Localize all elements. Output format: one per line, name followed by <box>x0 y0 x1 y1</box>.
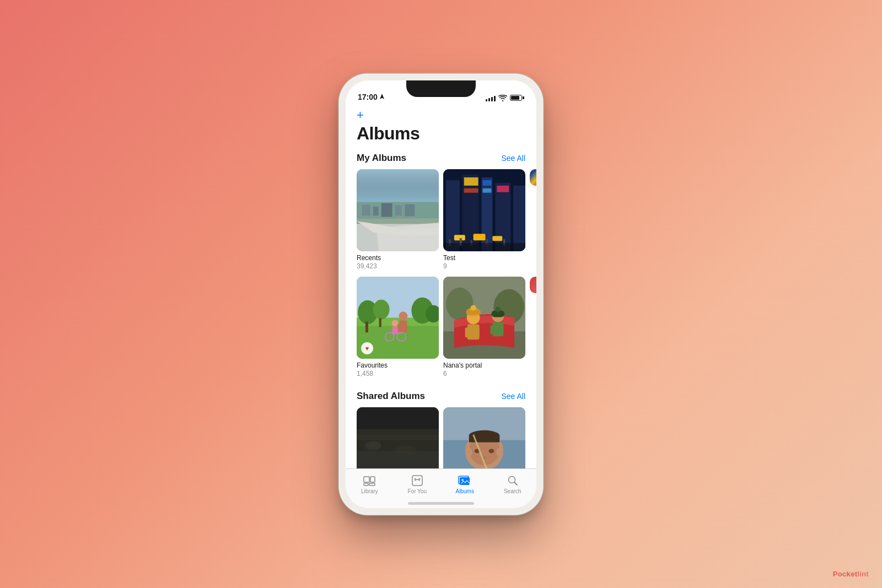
svg-rect-36 <box>365 321 368 332</box>
album-partial-2-thumb <box>530 277 536 293</box>
album-nana-name: Nana's portal <box>443 362 525 369</box>
recents-photo <box>357 169 439 251</box>
page-title: Albums <box>346 121 536 150</box>
tab-search[interactable]: Search <box>493 474 532 494</box>
album-nana-count: 6 <box>443 370 525 377</box>
heart-badge: ♥ <box>361 342 373 354</box>
tab-albums[interactable]: Albums <box>445 474 484 494</box>
album-partial-1[interactable] <box>530 169 536 270</box>
svg-point-79 <box>496 447 503 456</box>
album-test-name: Test <box>443 254 525 262</box>
section-my-albums: My Albums See All <box>346 150 536 377</box>
svg-point-42 <box>392 320 399 326</box>
tab-library-label: Library <box>361 488 378 494</box>
see-all-shared-albums[interactable]: See All <box>501 392 525 401</box>
svg-rect-8 <box>357 169 439 202</box>
tab-library[interactable]: Library <box>350 474 389 494</box>
pocketlint-watermark: Pocketlint <box>833 570 869 578</box>
svg-rect-4 <box>373 206 379 215</box>
section-title-my-albums: My Albums <box>357 153 406 164</box>
phone-screen: 17:00 <box>346 80 536 508</box>
album-nana[interactable]: Nana's portal 6 <box>443 277 525 377</box>
svg-rect-10 <box>446 180 460 251</box>
album-shared-1[interactable] <box>357 407 439 468</box>
svg-rect-13 <box>495 182 510 251</box>
album-favourites[interactable]: ♥ Favourites 1,458 <box>357 277 439 377</box>
svg-rect-22 <box>492 236 502 241</box>
nana-photo <box>443 277 525 359</box>
home-indicator <box>408 502 474 505</box>
svg-rect-88 <box>369 483 375 485</box>
content-area[interactable]: + Albums My Albums See All <box>346 105 536 468</box>
album-shared-2[interactable] <box>443 407 525 468</box>
albums-icon <box>458 474 472 487</box>
add-album-button[interactable]: + <box>357 109 525 121</box>
signal-bars-icon <box>486 95 496 101</box>
svg-rect-21 <box>474 234 486 240</box>
wifi-icon <box>498 95 507 101</box>
tab-for-you-label: For You <box>408 488 427 494</box>
svg-rect-28 <box>443 243 525 251</box>
shared-albums-row <box>346 407 536 468</box>
test-photo <box>443 169 525 251</box>
action-bar: + <box>346 105 536 121</box>
album-test-thumb <box>443 169 525 251</box>
battery-body <box>510 95 522 101</box>
phone-shell: 17:00 <box>339 74 543 515</box>
for-you-icon <box>410 474 424 487</box>
battery-icon <box>510 95 524 101</box>
notch <box>406 80 476 97</box>
svg-point-64 <box>495 306 501 312</box>
album-test[interactable]: Test 9 <box>443 169 525 270</box>
albums-row-1: Recents 39,423 <box>346 169 536 270</box>
album-nana-thumb <box>443 277 525 359</box>
album-shared-2-thumb <box>443 407 525 468</box>
tab-albums-label: Albums <box>456 488 474 494</box>
svg-rect-87 <box>364 483 368 485</box>
album-test-count: 9 <box>443 262 525 270</box>
svg-rect-19 <box>497 185 509 192</box>
svg-rect-6 <box>395 205 402 215</box>
battery-fill <box>511 96 519 100</box>
svg-rect-7 <box>405 204 415 216</box>
album-recents[interactable]: Recents 39,423 <box>357 169 439 270</box>
svg-rect-18 <box>483 188 492 192</box>
album-favourites-count: 1,458 <box>357 370 439 377</box>
svg-point-78 <box>466 447 472 456</box>
svg-rect-14 <box>513 185 525 251</box>
svg-rect-5 <box>381 203 392 217</box>
svg-point-38 <box>399 311 407 320</box>
svg-rect-54 <box>465 327 471 337</box>
album-partial-2[interactable] <box>530 277 536 377</box>
album-recents-thumb <box>357 169 439 251</box>
svg-rect-20 <box>454 235 465 240</box>
library-icon <box>362 474 377 487</box>
watermark-accent: lint <box>857 570 869 578</box>
battery-tip <box>523 96 524 99</box>
svg-point-58 <box>471 305 476 310</box>
svg-point-70 <box>365 441 381 450</box>
svg-point-33 <box>373 299 390 319</box>
album-shared-1-thumb <box>357 407 439 468</box>
album-recents-name: Recents <box>357 254 439 262</box>
svg-point-94 <box>461 479 464 481</box>
see-all-my-albums[interactable]: See All <box>501 154 525 163</box>
shared1-photo <box>357 407 439 468</box>
status-time-group: 17:00 <box>358 93 385 101</box>
svg-rect-55 <box>474 327 480 337</box>
navigation-icon <box>379 94 385 100</box>
tab-search-label: Search <box>504 488 521 494</box>
watermark-text: Pocketlint <box>833 570 869 578</box>
svg-rect-17 <box>483 180 492 185</box>
svg-rect-86 <box>370 477 375 482</box>
album-favourites-thumb: ♥ <box>357 277 439 359</box>
tab-for-you[interactable]: For You <box>398 474 437 494</box>
status-right-icons <box>486 95 524 101</box>
svg-point-90 <box>414 478 416 479</box>
clock-display: 17:00 <box>358 93 378 101</box>
svg-rect-89 <box>412 476 422 485</box>
svg-rect-85 <box>364 477 369 482</box>
section-title-shared-albums: Shared Albums <box>357 391 425 402</box>
album-favourites-name: Favourites <box>357 362 439 369</box>
svg-rect-46 <box>390 332 402 333</box>
